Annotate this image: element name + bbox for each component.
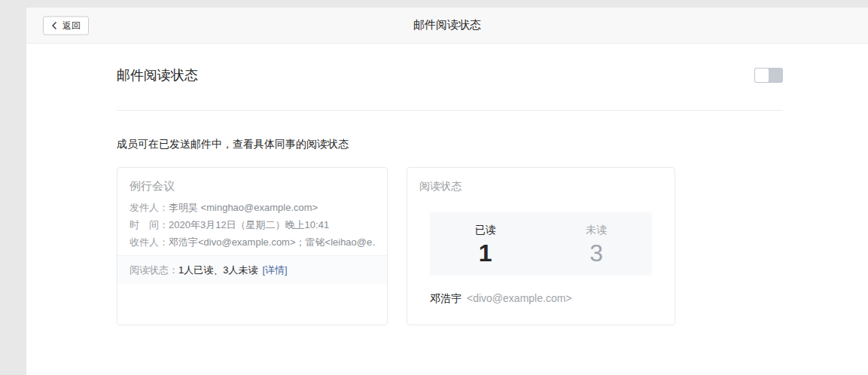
mail-meta: 发件人：李明昊 <minghao@example.com> 时 间：2020年3… — [129, 199, 375, 251]
cards-row: 例行会议 发件人：李明昊 <minghao@example.com> 时 间：2… — [117, 167, 783, 325]
stat-unread-count: 3 — [541, 239, 653, 267]
stat-read-label: 已读 — [430, 222, 541, 237]
page: { "topbar": { "back_label": "返回", "title… — [0, 0, 868, 375]
back-button[interactable]: 返回 — [43, 16, 89, 35]
read-status-row: 阅读状态：1人已读、3人未读[详情] — [117, 255, 387, 284]
read-status-card: 阅读状态 已读 1 未读 3 邓浩宇<divo@example.com> — [407, 167, 675, 325]
stats-panel: 已读 1 未读 3 — [430, 212, 652, 276]
recipients-value: 邓浩宇<divo@example.com>；雷铭<leihao@e… — [169, 236, 375, 248]
section-divider — [117, 110, 783, 111]
time-value: 2020年3月12日（星期二）晚上10:41 — [169, 219, 329, 230]
stat-unread: 未读 3 — [541, 212, 653, 276]
mail-subject: 例行会议 — [129, 177, 375, 195]
status-card-title: 阅读状态 — [407, 168, 675, 195]
reader-item: 邓浩宇<divo@example.com> — [430, 291, 652, 306]
stat-read: 已读 1 — [430, 212, 541, 276]
recipients-label: 收件人： — [129, 236, 169, 248]
section-heading: 邮件阅读状态 — [117, 66, 198, 84]
topbar-title: 邮件阅读状态 — [413, 18, 481, 32]
settings-panel: 返回 邮件阅读状态 邮件阅读状态 成员可在已发送邮件中，查看具体同事的阅读状态 … — [26, 8, 868, 375]
stat-read-count: 1 — [430, 239, 541, 267]
sender-label: 发件人： — [129, 202, 169, 213]
time-label: 时 间： — [129, 219, 169, 230]
mail-field-time: 时 间：2020年3月12日（星期二）晚上10:41 — [129, 216, 375, 233]
read-status-label: 阅读状态： — [129, 264, 178, 276]
stat-unread-label: 未读 — [541, 222, 653, 237]
mail-field-sender: 发件人：李明昊 <minghao@example.com> — [129, 199, 375, 216]
chevron-left-icon — [51, 21, 58, 29]
reader-email: <divo@example.com> — [467, 292, 572, 304]
topbar: 返回 邮件阅读状态 — [26, 8, 868, 44]
toggle-knob — [755, 69, 769, 82]
read-status-value: 1人已读、3人未读 — [178, 264, 257, 276]
reader-name: 邓浩宇 — [430, 292, 461, 304]
back-button-label: 返回 — [62, 19, 81, 32]
mail-field-recipients: 收件人：邓浩宇<divo@example.com>；雷铭<leihao@e… — [129, 233, 375, 251]
sender-value: 李明昊 <minghao@example.com> — [169, 202, 318, 213]
mail-preview-card: 例行会议 发件人：李明昊 <minghao@example.com> 时 间：2… — [117, 167, 388, 325]
read-status-toggle[interactable] — [754, 68, 783, 83]
section-description: 成员可在已发送邮件中，查看具体同事的阅读状态 — [117, 136, 783, 151]
content-area: 邮件阅读状态 成员可在已发送邮件中，查看具体同事的阅读状态 例行会议 发件人：李… — [117, 44, 783, 325]
detail-link[interactable]: [详情] — [262, 264, 287, 276]
heading-row: 邮件阅读状态 — [117, 44, 783, 84]
mail-head: 例行会议 发件人：李明昊 <minghao@example.com> 时 间：2… — [117, 168, 387, 251]
